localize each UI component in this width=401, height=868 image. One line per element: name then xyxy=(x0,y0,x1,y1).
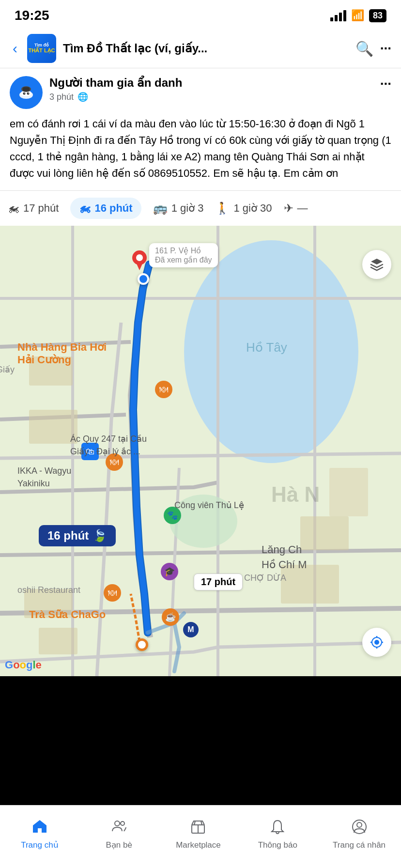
transport-time-car: 17 phút xyxy=(23,202,59,215)
google-logo: Google xyxy=(5,659,42,671)
post-author-section: Người tham gia ẩn danh 3 phút 🌐 ··· xyxy=(0,68,401,114)
globe-icon: 🌐 xyxy=(77,92,88,102)
svg-rect-4 xyxy=(23,87,30,91)
group-logo: Tìm đồ THẤT LẠC xyxy=(27,34,56,63)
transport-option-moto-active[interactable]: 🏍 16 phút xyxy=(70,198,141,219)
bus-icon: 🚌 xyxy=(153,202,168,215)
transport-option-bus[interactable]: 🚌 1 giờ 3 xyxy=(153,202,204,215)
flight-icon: ✈ xyxy=(284,202,293,215)
status-time: 19:25 xyxy=(15,8,49,23)
destination-info: 161 P. Vệ Hồ Đã xem gần đây xyxy=(149,243,218,267)
back-button[interactable]: ‹ xyxy=(10,40,20,57)
nav-marketplace-label: Marketplace xyxy=(176,840,221,850)
battery-indicator: 83 xyxy=(369,9,386,22)
author-meta: 3 phút 🌐 xyxy=(49,92,373,102)
duration-main-text: 16 phút xyxy=(47,529,89,542)
lake-label: Hồ Tây xyxy=(246,340,287,355)
author-name: Người tham gia ẩn danh xyxy=(49,76,373,90)
landmark-acquy: Ác Quy 247 tại CầuGiấy - Đại lý ắc ... xyxy=(70,433,147,457)
svg-point-20 xyxy=(136,254,143,261)
marketplace-icon xyxy=(190,819,206,838)
post-time: 3 phút xyxy=(49,92,74,102)
moto-icon: 🏍 xyxy=(79,202,91,215)
walk-icon: 🚶 xyxy=(215,202,230,215)
transport-options-bar[interactable]: 🏍 17 phút 🏍 16 phút 🚌 1 giờ 3 🚶 1 giờ 30… xyxy=(0,191,401,226)
friends-icon xyxy=(111,819,127,837)
status-icons: 📶 83 xyxy=(330,9,386,22)
nav-home-label: Trang chủ xyxy=(21,840,58,850)
post-content: em có đánh rơi 1 cái ví da màu đen vào l… xyxy=(0,114,401,190)
nav-profile[interactable]: Trang cá nhân xyxy=(333,819,386,850)
destination-name: 161 P. Vệ Hồ xyxy=(155,246,212,255)
svg-point-28 xyxy=(121,822,124,825)
nav-notifications-label: Thông báo xyxy=(258,840,297,850)
more-options-button[interactable]: ··· xyxy=(380,41,391,56)
nav-profile-label: Trang cá nhân xyxy=(333,840,386,850)
search-icon[interactable]: 🔍 xyxy=(355,40,373,57)
nav-friends[interactable]: Bạn bè xyxy=(95,819,143,850)
bell-icon xyxy=(270,819,285,838)
bottom-navigation: Trang chủ Bạn bè Marketplace xyxy=(0,805,401,868)
landmark-giay: Giấy xyxy=(0,364,15,375)
author-info: Người tham gia ẩn danh 3 phút 🌐 xyxy=(49,76,373,102)
car-icon: 🏍 xyxy=(8,202,19,215)
svg-rect-16 xyxy=(329,468,368,516)
landmark-biahoihaicuong: Nhà Hàng Bia HơiHải Cường xyxy=(17,341,107,366)
profile-icon xyxy=(352,819,367,838)
duration-alt-badge: 17 phút xyxy=(194,574,243,590)
duration-main-badge: 16 phút 🍃 xyxy=(39,525,116,546)
svg-rect-15 xyxy=(300,516,349,550)
transport-option-walk[interactable]: 🚶 1 giờ 30 xyxy=(215,202,272,215)
post-more-button[interactable]: ··· xyxy=(380,76,391,92)
svg-point-6 xyxy=(27,93,30,95)
transport-time-flight: — xyxy=(297,202,308,215)
svg-point-21 xyxy=(374,640,379,645)
group-title: Tìm Đồ Thất lạc (ví, giấy... xyxy=(63,42,349,55)
destination-marker xyxy=(132,250,147,272)
home-icon xyxy=(32,819,47,837)
nav-home[interactable]: Trang chủ xyxy=(15,819,64,850)
svg-point-32 xyxy=(357,822,362,827)
nav-marketplace[interactable]: Marketplace xyxy=(174,819,222,850)
destination-sub: Đã xem gần đây xyxy=(155,255,212,264)
avatar xyxy=(10,76,43,109)
wifi-icon: 📶 xyxy=(351,9,364,22)
duration-alt-text: 17 phút xyxy=(201,576,235,587)
landmark-chodua: CHỢ DỪA xyxy=(244,573,286,583)
svg-point-8 xyxy=(28,93,29,93)
landmark-hanoi: Hà N xyxy=(271,482,320,507)
page-header: ‹ Tìm đồ THẤT LẠC Tìm Đồ Thất lạc (ví, g… xyxy=(0,29,401,68)
status-bar: 19:25 📶 83 xyxy=(0,0,401,29)
landmark-ikka: IKKA - WagyuYakiniku xyxy=(17,465,71,489)
leaf-icon: 🍃 xyxy=(93,529,107,542)
svg-point-5 xyxy=(23,93,26,95)
landmark-lang: Lăng ChHồ Chí M xyxy=(262,542,307,573)
svg-rect-13 xyxy=(39,628,77,654)
landmark-oshii: oshii Restaurant xyxy=(17,585,80,595)
map-view[interactable]: 161 P. Vệ Hồ Đã xem gần đây 🍽 🍽 🍽 ☕ 🐾 🎓 … xyxy=(0,226,401,676)
landmark-congvien: Công viên Thủ Lệ xyxy=(174,500,244,511)
nav-friends-label: Bạn bè xyxy=(106,840,132,850)
landmark-trasua: Trà Sữa ChaGo xyxy=(29,608,106,621)
transport-option-car[interactable]: 🏍 17 phút xyxy=(8,202,59,215)
signal-icon xyxy=(330,10,346,21)
transport-time-bus: 1 giờ 3 xyxy=(171,202,204,215)
my-location-button[interactable] xyxy=(362,628,391,657)
layers-button[interactable] xyxy=(362,250,391,279)
transport-time-walk: 1 giờ 30 xyxy=(233,202,272,215)
transport-option-flight[interactable]: ✈ — xyxy=(284,202,308,215)
nav-notifications[interactable]: Thông báo xyxy=(253,819,302,850)
svg-point-7 xyxy=(24,93,25,93)
svg-point-27 xyxy=(115,821,120,826)
transport-time-moto: 16 phút xyxy=(94,202,132,215)
